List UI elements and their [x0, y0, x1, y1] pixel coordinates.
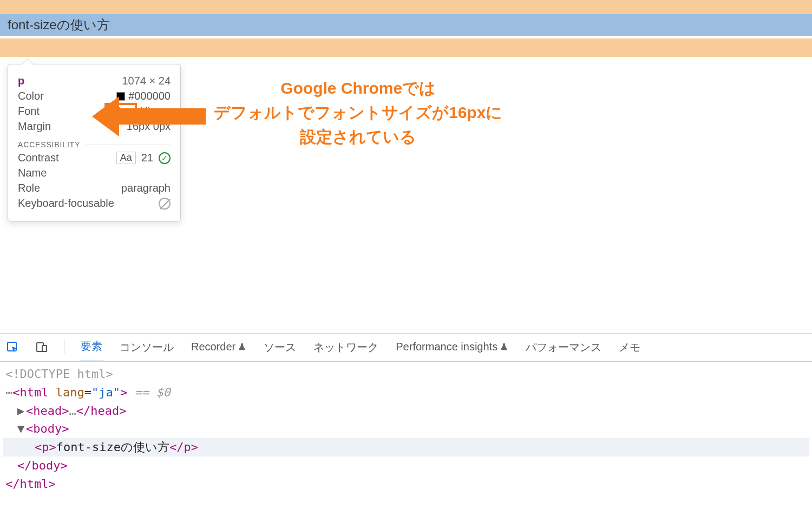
tab-separator — [64, 340, 64, 354]
ellipsis-icon[interactable]: ⋯ — [5, 386, 11, 399]
expand-triangle-icon[interactable]: ▶ — [17, 402, 24, 420]
tooltip-role-value: paragraph — [121, 182, 171, 194]
flask-icon — [500, 342, 508, 354]
tooltip-margin-label: Margin — [18, 120, 51, 133]
tab-elements[interactable]: 要素 — [80, 334, 103, 362]
margin-indicator-top — [0, 0, 812, 14]
tooltip-name-label: Name — [18, 167, 47, 179]
page-viewport: font-sizeの使い方 p 1074 × 24 Color #000000 … — [0, 0, 812, 303]
tab-performance-insights[interactable]: Performance insights — [395, 334, 509, 361]
element-inspect-tooltip: p 1074 × 24 Color #000000 Font 16px Hira… — [8, 64, 181, 221]
tab-console[interactable]: コンソール — [119, 334, 175, 362]
tab-sources[interactable]: ソース — [263, 334, 297, 362]
inspected-paragraph[interactable]: font-sizeの使い方 — [0, 14, 812, 36]
paragraph-text: font-sizeの使い方 — [8, 16, 110, 34]
flask-icon — [238, 342, 246, 354]
device-toggle-icon[interactable] — [35, 340, 49, 354]
tooltip-dimensions: 1074 × 24 — [122, 75, 171, 87]
devtools-panel: 要素 コンソール Recorder ソース ネットワーク Performance… — [0, 333, 812, 515]
tooltip-tag: p — [18, 75, 24, 87]
tooltip-contrast-label: Contrast — [18, 152, 59, 164]
tab-network[interactable]: ネットワーク — [312, 334, 379, 362]
inspect-icon[interactable] — [5, 340, 19, 354]
selected-p-node[interactable]: <p>font-sizeの使い方</p> — [3, 438, 809, 457]
margin-indicator-bottom — [0, 38, 812, 57]
tooltip-kbf-label: Keyboard-focusable — [18, 197, 114, 210]
tooltip-contrast-value: Aa 21 ✓ — [116, 152, 171, 164]
elements-tree[interactable]: <!DOCTYPE html> ⋯<html lang="ja"> == $0 … — [0, 362, 812, 515]
tooltip-color-label: Color — [18, 90, 44, 102]
tab-memory[interactable]: メモ — [618, 334, 641, 362]
tooltip-accessibility-heading: ACCESSIBILITY — [18, 140, 171, 149]
prohibited-icon — [159, 198, 171, 210]
tab-recorder[interactable]: Recorder — [190, 334, 247, 361]
annotation-arrow — [92, 96, 206, 136]
selected-node-hint: == $0 — [134, 386, 170, 399]
svg-rect-2 — [42, 345, 47, 351]
tooltip-font-label: Font — [18, 105, 40, 118]
annotation-text: Google Chromeでは デフォルトでフォントサイズが16pxに 設定され… — [214, 76, 502, 149]
check-icon: ✓ — [159, 152, 171, 164]
devtools-tabbar: 要素 コンソール Recorder ソース ネットワーク Performance… — [0, 334, 812, 362]
contrast-sample: Aa — [116, 152, 136, 164]
collapse-triangle-icon[interactable]: ▼ — [17, 420, 24, 438]
tab-performance[interactable]: パフォーマンス — [525, 334, 603, 362]
tooltip-role-label: Role — [18, 182, 40, 194]
code-doctype: <!DOCTYPE html> — [5, 367, 113, 381]
